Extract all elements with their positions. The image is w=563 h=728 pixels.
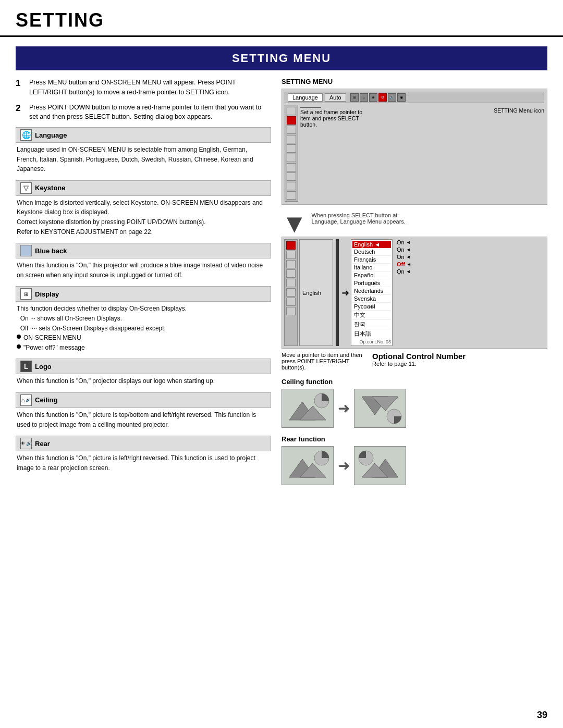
rear-label-row: 👁🔊 Rear bbox=[16, 436, 271, 451]
rmv-row-1: On ◄ bbox=[397, 239, 411, 245]
ll-icon-5 bbox=[286, 288, 296, 297]
ceiling-before-svg bbox=[284, 391, 331, 425]
anno-row: Set a red frame pointer to item and pres… bbox=[300, 107, 544, 128]
page-title: SETTING bbox=[16, 9, 547, 31]
blue-back-icon bbox=[20, 245, 32, 256]
rmv-row-5: On ◄ bbox=[397, 268, 411, 275]
display-bullet-1: ON-SCREEN MENU bbox=[17, 333, 270, 343]
rear-arrow: ➜ bbox=[338, 457, 350, 474]
display-bullet-2: "Power off?" message bbox=[17, 343, 270, 353]
step-2: 2 Press POINT DOWN button to move a red-… bbox=[16, 103, 271, 122]
ceiling-after-svg bbox=[357, 391, 403, 425]
ll-icon-2 bbox=[286, 260, 296, 268]
ml-icon-7 bbox=[287, 172, 296, 181]
logo-label: Logo bbox=[35, 363, 52, 371]
keystone-body: When image is distorted vertically, sele… bbox=[16, 198, 271, 237]
ml-icon-3 bbox=[287, 135, 296, 143]
content-area: 1 Press MENU button and ON-SCREEN MENU w… bbox=[0, 70, 563, 492]
display-label: Display bbox=[35, 290, 59, 298]
rear-section: 👁🔊 Rear When this function is "On," pict… bbox=[16, 436, 271, 473]
rear-before-svg bbox=[284, 449, 331, 483]
step-1: 1 Press MENU button and ON-SCREEN MENU w… bbox=[16, 78, 271, 97]
logo-icon: L bbox=[20, 361, 32, 372]
ml-icon-8 bbox=[287, 182, 296, 190]
rmv-row-4: Off ◄ bbox=[397, 261, 411, 267]
step-1-text: Press MENU button and ON-SCREEN MENU wil… bbox=[29, 78, 271, 97]
lang-item-chinese: 中文 bbox=[352, 311, 391, 320]
menu-icon-5: ◉ bbox=[397, 93, 406, 102]
setting-menu-diagram-title: SETTING MENU bbox=[282, 78, 547, 85]
keystone-label-row: ▽ Keystone bbox=[16, 180, 271, 196]
ceiling-label: Ceiling bbox=[35, 396, 57, 404]
lang-item-english: English ◄ bbox=[352, 241, 391, 248]
keystone-icon: ▽ bbox=[20, 182, 32, 194]
op-cont: Op.cont.No. 03 bbox=[352, 339, 391, 344]
down-arrow-icon: ▼ bbox=[282, 211, 308, 237]
language-menu-diagram: English ➜ English ◄ Deutsch Français Ita… bbox=[282, 237, 547, 349]
ll-icon-3 bbox=[286, 269, 296, 278]
lang-item-deutsch: Deutsch bbox=[352, 248, 391, 256]
ceiling-after-image bbox=[354, 389, 406, 428]
menu-icon-1: ⊞ bbox=[350, 93, 359, 102]
page-header: SETTING bbox=[0, 0, 563, 37]
ml-icon-2 bbox=[287, 126, 296, 134]
ceiling-icon: ⌂🔊 bbox=[20, 394, 32, 406]
lang-item-japanese: 日本語 bbox=[352, 329, 391, 338]
lang-item-nederlands: Nederlands bbox=[352, 287, 391, 295]
language-body: Language used in ON-SCREEN MENU is selec… bbox=[16, 145, 271, 174]
ll-icon-6 bbox=[286, 298, 296, 306]
language-label-row: 🌐 Language bbox=[16, 127, 271, 143]
display-section: ⊞ Display This function decides whether … bbox=[16, 286, 271, 352]
logo-body: When this function is "On," projector di… bbox=[16, 376, 271, 386]
display-label-row: ⊞ Display bbox=[16, 286, 271, 302]
move-pointer-area: Move a pointer to item and then press PO… bbox=[282, 352, 547, 371]
ml-icon-6 bbox=[287, 163, 296, 171]
setting-menu-diagram: Language Auto ⊞ ☼ ◈ ⚙ 🔊 ◉ bbox=[282, 89, 547, 205]
arrow-annotation: When pressing SELECT button at Language,… bbox=[312, 212, 416, 225]
lang-left-panel bbox=[284, 239, 298, 346]
optional-control: Optional Control Number Refer to page 11… bbox=[372, 352, 466, 367]
lang-thick-border bbox=[336, 239, 339, 346]
opt-ctrl-title: Optional Control Number bbox=[372, 352, 466, 361]
logo-section: L Logo When this function is "On," proje… bbox=[16, 359, 271, 386]
keystone-section: ▽ Keystone When image is distorted verti… bbox=[16, 180, 271, 237]
logo-label-row: L Logo bbox=[16, 359, 271, 374]
menu-auto-item: Auto bbox=[325, 93, 346, 102]
rear-images-row: ➜ bbox=[282, 446, 547, 485]
ceiling-function-title: Ceiling function bbox=[282, 378, 547, 386]
ll-icon-active bbox=[286, 241, 296, 250]
step-2-number: 2 bbox=[16, 102, 25, 122]
blue-back-label: Blue back bbox=[35, 247, 67, 255]
ceiling-before-image bbox=[282, 389, 334, 428]
anno-red-frame: Set a red frame pointer to item and pres… bbox=[300, 107, 368, 128]
rear-icon: 👁🔊 bbox=[20, 438, 32, 449]
rmv-row-2: On ◄ bbox=[397, 246, 411, 253]
diagram-annotations: Set a red frame pointer to item and pres… bbox=[300, 105, 544, 202]
page-number: 39 bbox=[537, 710, 547, 721]
ll-icon-4 bbox=[286, 279, 296, 287]
blue-back-label-row: Blue back bbox=[16, 243, 271, 258]
ml-icon-active bbox=[287, 116, 296, 125]
right-column: SETTING MENU Language Auto ⊞ ☼ ◈ ⚙ 🔊 ◉ bbox=[282, 70, 547, 492]
language-label: Language bbox=[35, 131, 67, 139]
lang-item-russian: Русский bbox=[352, 303, 391, 311]
down-arrow-container: ▼ bbox=[282, 208, 308, 237]
lang-item-portugues: Português bbox=[352, 279, 391, 287]
menu-lang-item: Language bbox=[288, 93, 323, 102]
arrow-section: ▼ When pressing SELECT button at Languag… bbox=[282, 208, 547, 237]
move-pointer-label: Move a pointer to item and then press PO… bbox=[282, 352, 365, 371]
anno-menu-icon: SETTING Menu icon bbox=[494, 107, 544, 128]
menu-icon-active: ⚙ bbox=[378, 93, 387, 102]
lang-item-francais: Français bbox=[352, 256, 391, 264]
blue-back-body: When this function is "On," this project… bbox=[16, 261, 271, 280]
rear-after-svg bbox=[357, 449, 403, 483]
lang-selected-text: English bbox=[302, 290, 321, 296]
rear-body: When this function is "On," picture is l… bbox=[16, 453, 271, 473]
ceiling-images-row: ➜ bbox=[282, 389, 547, 428]
ll-icon-1 bbox=[286, 251, 296, 259]
display-body: This function decides whether to display… bbox=[16, 304, 271, 352]
section-header: SETTING MENU bbox=[16, 46, 547, 70]
menu-left-panel bbox=[285, 105, 298, 202]
ceiling-body: When this function is "On," picture is t… bbox=[16, 410, 271, 429]
menu-bar-row: Language Auto ⊞ ☼ ◈ ⚙ 🔊 ◉ bbox=[285, 92, 544, 103]
